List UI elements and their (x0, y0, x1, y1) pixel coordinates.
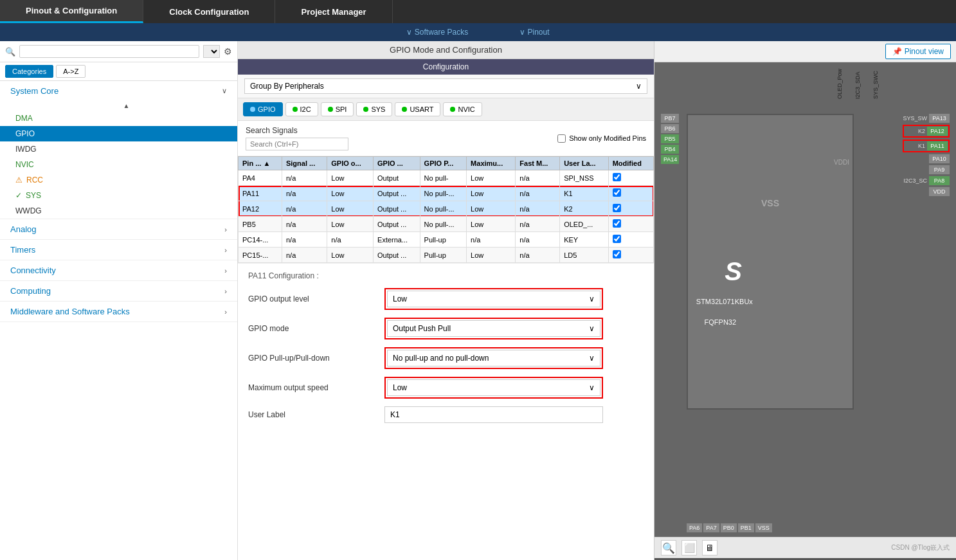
th-user-label[interactable]: User La... (560, 157, 609, 170)
search-dropdown[interactable] (203, 45, 220, 58)
pinout-nav[interactable]: ∨ Pinout (519, 28, 549, 37)
software-packs-nav[interactable]: ∨ Software Packs (406, 28, 468, 37)
chevron-right-icon: › (224, 308, 227, 316)
pin-pa10[interactable]: PA10 (929, 154, 950, 163)
sidebar-item-nvic[interactable]: NVIC (0, 157, 237, 172)
ptab-sys[interactable]: SYS (356, 102, 392, 116)
gpio-pull-select-wrapper: No pull-up and no pull-down ∨ (384, 347, 603, 369)
pin-pa7[interactable]: PA7 (703, 523, 719, 532)
label-gpio-pull: GPIO Pull-up/Pull-down (248, 354, 377, 363)
right-panel-header: 📌 Pinout view (654, 41, 956, 62)
bottom-pins: PA6 PA7 PB0 PB1 VSS (687, 523, 772, 532)
pin-vss-bottom[interactable]: VSS (755, 523, 772, 532)
th-modified[interactable]: Modified (608, 157, 653, 170)
th-max-speed[interactable]: Maximu... (467, 157, 516, 170)
pin-vdd[interactable]: VDD (929, 187, 950, 196)
sidebar-item-sys[interactable]: ✓ SYS (0, 188, 237, 203)
section-header-system-core[interactable]: System Core ∨ (0, 81, 237, 101)
panel-title: GPIO Mode and Configuration (238, 41, 654, 59)
sidebar-item-rcc[interactable]: ⚠ RCC (0, 172, 237, 188)
th-gpio-out[interactable]: GPIO o... (327, 157, 374, 170)
pin-pa12[interactable]: PA12 (927, 127, 948, 136)
nav-clock-config[interactable]: Clock Configuration (143, 0, 275, 23)
ptab-spi[interactable]: SPI (321, 102, 354, 116)
th-gpio-pull[interactable]: GPIO P... (420, 157, 467, 170)
tab-categories[interactable]: Categories (5, 65, 53, 78)
pin-pb0[interactable]: PB0 (721, 523, 737, 532)
pin-pa11[interactable]: PA11 (927, 141, 948, 150)
search-input[interactable] (19, 45, 199, 58)
pa11-config-section: PA11 Configuration : GPIO output level L… (238, 263, 654, 560)
sidebar-item-iwdg[interactable]: IWDG (0, 141, 237, 157)
pinout-view-button[interactable]: 📌 Pinout view (885, 44, 951, 59)
ptab-gpio[interactable]: GPIO (243, 102, 283, 116)
pin-label-oled-pow: OLED_Pow (836, 69, 843, 99)
th-signal[interactable]: Signal ... (282, 157, 327, 170)
gpio-pull-select[interactable]: No pull-up and no pull-down ∨ (387, 350, 600, 366)
pin-pa13[interactable]: PA13 (929, 114, 950, 123)
system-core-items: DMA GPIO IWDG NVIC ⚠ RCC ✓ SYS WWDG (0, 111, 237, 219)
tab-az[interactable]: A->Z (56, 65, 86, 78)
section-header-computing[interactable]: Computing › (0, 281, 237, 301)
pin-pa6[interactable]: PA6 (687, 523, 702, 532)
group-by-dropdown[interactable]: Group By Peripherals ∨ (244, 78, 647, 94)
pin-pb5[interactable]: PB5 (661, 134, 679, 143)
chevron-down-icon: ∨ (589, 354, 595, 363)
sidebar-item-gpio[interactable]: GPIO (0, 126, 237, 141)
sidebar-item-wwdg[interactable]: WWDG (0, 203, 237, 219)
right-pins: SYS_SW PA13 K2 PA12 K1 PA11 P (903, 114, 950, 196)
pa11-config-title: PA11 Configuration : (248, 271, 644, 280)
section-header-middleware[interactable]: Middleware and Software Packs › (0, 302, 237, 321)
chevron-right-icon: › (224, 267, 227, 275)
nav-pinout-config[interactable]: Pinout & Configuration (0, 0, 143, 23)
section-header-timers[interactable]: Timers › (0, 240, 237, 260)
gear-icon[interactable]: ⚙ (224, 46, 232, 57)
pin-pa8[interactable]: PA8 (929, 176, 950, 185)
nav-project-manager[interactable]: Project Manager (275, 0, 392, 23)
ptab-usart[interactable]: USART (395, 102, 440, 116)
pa13-sublabel: SYS_SW (903, 115, 927, 122)
left-pins: PB7 PB6 PB5 PB4 PA14 (661, 114, 679, 164)
label-max-speed: Maximum output speed (248, 383, 377, 392)
pin-pb4[interactable]: PB4 (661, 145, 679, 154)
section-timers: Timers › (0, 240, 237, 260)
table-row: PC14-...n/an/aExterna...Pull-upn/an/aKEY (239, 232, 654, 248)
pin-row-pa13: SYS_SW PA13 (903, 114, 950, 123)
show-modified-checkbox[interactable] (557, 134, 566, 143)
signals-search-section: Search Signals Show only Modified Pins (238, 121, 654, 156)
zoom-out-button[interactable]: 🖥 (702, 540, 717, 555)
section-analog: Analog › (0, 219, 237, 240)
th-gpio-mode[interactable]: GPIO ... (374, 157, 420, 170)
sidebar-item-dma[interactable]: DMA (0, 111, 237, 126)
group-by-section: Group By Peripherals ∨ (238, 75, 654, 98)
zoom-in-button[interactable]: 🔍 (661, 540, 676, 555)
table-row: PA4n/aLowOutputNo pull-Lown/aSPI_NSS (239, 170, 654, 186)
section-header-connectivity[interactable]: Connectivity › (0, 260, 237, 280)
vss-label: VSS (761, 198, 779, 208)
config-row-gpio-mode: GPIO mode Output Push Pull ∨ (248, 318, 644, 339)
signal-search-input[interactable] (246, 138, 348, 150)
pin-pa9[interactable]: PA9 (929, 165, 950, 174)
section-computing: Computing › (0, 281, 237, 302)
th-pin[interactable]: Pin ... ▲ (239, 157, 282, 170)
gpio-output-level-select[interactable]: Low ∨ (387, 291, 600, 307)
checkmark-icon: ✓ (15, 191, 22, 200)
chevron-down-icon: ∨ (589, 383, 595, 392)
warning-icon: ⚠ (15, 176, 23, 185)
gpio-mode-select[interactable]: Output Push Pull ∨ (387, 320, 600, 337)
pin-row-pa11: K1 PA11 (903, 140, 950, 152)
section-header-analog[interactable]: Analog › (0, 219, 237, 239)
pin-pb7[interactable]: PB7 (661, 114, 679, 123)
pin-pb1[interactable]: PB1 (738, 523, 754, 532)
ptab-nvic[interactable]: NVIC (443, 102, 482, 116)
th-fast-mode[interactable]: Fast M... (516, 157, 560, 170)
section-connectivity: Connectivity › (0, 260, 237, 281)
max-speed-select[interactable]: Low ∨ (387, 379, 600, 396)
ptab-i2c[interactable]: I2C (285, 102, 318, 116)
fit-view-button[interactable]: ⬜ (681, 540, 697, 555)
pin-pa14[interactable]: PA14 (661, 155, 679, 164)
status-dot (450, 107, 455, 112)
peripheral-tabs: GPIO I2C SPI SYS USART (238, 98, 654, 121)
status-dot (293, 107, 298, 112)
pin-pb6[interactable]: PB6 (661, 124, 679, 133)
